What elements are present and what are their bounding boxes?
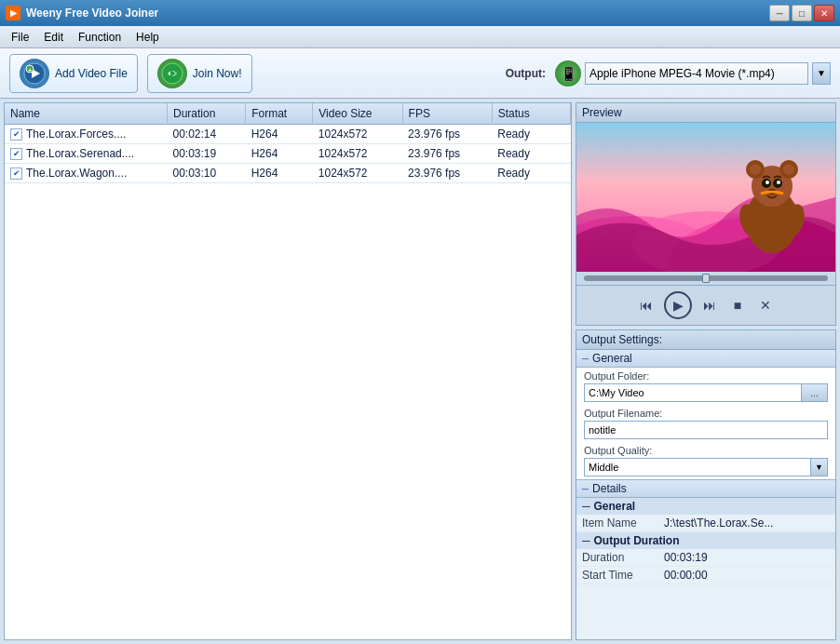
cell-name-2: ✔ The.Lorax.Wagon.... xyxy=(5,164,167,183)
output-quality-select[interactable]: Middle Low High xyxy=(584,458,811,476)
cell-name-1: ✔ The.Lorax.Serenad.... xyxy=(5,144,167,164)
cell-status-2: Ready xyxy=(492,164,570,183)
stop-button[interactable]: ■ xyxy=(727,295,748,315)
item-name-key: Item Name xyxy=(576,515,660,531)
fast-forward-button[interactable]: ⏭ xyxy=(699,295,720,315)
minimize-button[interactable]: ─ xyxy=(769,5,790,21)
rewind-button[interactable]: ⏮ xyxy=(636,295,657,315)
row-checkbox-2[interactable]: ✔ xyxy=(10,168,22,180)
col-format: Format xyxy=(246,103,313,125)
output-quality-row: Output Quality: Middle Low High ▼ xyxy=(576,442,835,479)
file-list-panel: Name Duration Format Video Size FPS Stat… xyxy=(4,102,572,640)
cell-status-1: Ready xyxy=(492,144,570,164)
cell-duration-0: 00:02:14 xyxy=(167,125,245,144)
output-filename-input[interactable] xyxy=(584,421,828,439)
table-row: ✔ The.Lorax.Wagon.... 00:03:10 H264 1024… xyxy=(5,164,571,183)
menu-help[interactable]: Help xyxy=(129,29,167,46)
cell-duration-1: 00:03:19 xyxy=(167,144,245,164)
output-folder-label: Output Folder: xyxy=(584,370,828,382)
add-video-button[interactable]: + Add Video File xyxy=(9,54,138,93)
svg-point-13 xyxy=(783,164,794,175)
menu-function[interactable]: Function xyxy=(71,29,129,46)
join-now-button[interactable]: Join Now! xyxy=(147,54,252,93)
output-filename-row: Output Filename: xyxy=(576,405,835,442)
output-folder-input[interactable] xyxy=(584,383,802,402)
preview-video xyxy=(576,123,835,272)
scrubber-handle[interactable] xyxy=(702,274,710,283)
cell-fps-1: 23.976 fps xyxy=(402,144,492,164)
menu-edit[interactable]: Edit xyxy=(36,29,71,46)
cell-duration-2: 00:03:10 xyxy=(167,164,245,183)
play-button[interactable]: ▶ xyxy=(664,291,692,319)
add-video-icon: + xyxy=(20,59,49,88)
app-icon: ▶ xyxy=(6,6,20,20)
start-time-key: Start Time xyxy=(576,567,660,584)
cell-format-0: H264 xyxy=(246,125,313,144)
cell-video-size-2: 1024x572 xyxy=(313,164,402,183)
svg-point-17 xyxy=(777,181,780,184)
join-now-label: Join Now! xyxy=(193,67,242,80)
window-title: Weeny Free Video Joiner xyxy=(26,7,158,20)
table-row: ✔ The.Lorax.Forces.... 00:02:14 H264 102… xyxy=(5,125,571,144)
col-duration: Duration xyxy=(167,103,245,125)
col-status: Status xyxy=(492,103,570,125)
output-quality-wrap: Middle Low High ▼ xyxy=(584,458,828,476)
cell-format-2: H264 xyxy=(246,164,313,183)
title-bar-controls: ─ □ ✕ xyxy=(769,5,834,21)
duration-value: 00:03:19 xyxy=(660,549,835,566)
output-dropdown-button[interactable]: ▼ xyxy=(812,62,831,85)
output-settings-header: Output Settings: xyxy=(576,330,835,350)
menu-bar: File Edit Function Help xyxy=(0,26,840,48)
output-folder-row: Output Folder: ... xyxy=(576,368,835,405)
details-general-collapse: ─ xyxy=(582,500,590,513)
add-video-label: Add Video File xyxy=(55,67,128,80)
cell-name-0: ✔ The.Lorax.Forces.... xyxy=(5,125,167,144)
cell-fps-0: 23.976 fps xyxy=(402,125,492,144)
item-name-value: J:\test\The.Lorax.Se... xyxy=(660,515,835,531)
main-content: Name Duration Format Video Size FPS Stat… xyxy=(0,99,840,644)
row-checkbox-1[interactable]: ✔ xyxy=(10,148,22,160)
cell-format-1: H264 xyxy=(246,144,313,164)
output-duration-header: ─ Output Duration xyxy=(576,532,835,549)
details-content: ─ General Item Name J:\test\The.Lorax.Se… xyxy=(576,498,835,584)
cell-fps-2: 23.976 fps xyxy=(402,164,492,183)
details-section-collapse[interactable]: ─ Details xyxy=(576,479,835,498)
cell-status-0: Ready xyxy=(492,125,570,144)
output-label: Output: xyxy=(506,67,546,80)
row-name-2: The.Lorax.Wagon.... xyxy=(26,167,127,180)
cell-video-size-0: 1024x572 xyxy=(313,125,402,144)
table-header-row: Name Duration Format Video Size FPS Stat… xyxy=(5,103,571,125)
close-preview-button[interactable]: ✕ xyxy=(755,295,776,315)
join-icon xyxy=(157,59,187,88)
output-filename-label: Output Filename: xyxy=(584,408,828,419)
duration-key: Duration xyxy=(576,549,660,566)
output-duration-label: Output Duration xyxy=(594,534,680,547)
cell-video-size-1: 1024x572 xyxy=(313,144,402,164)
svg-text:+: + xyxy=(28,66,33,74)
table-row: ✔ The.Lorax.Serenad.... 00:03:19 H264 10… xyxy=(5,144,571,164)
close-button[interactable]: ✕ xyxy=(814,5,834,21)
start-time-row: Start Time 00:00:00 xyxy=(576,567,835,584)
preview-header: Preview xyxy=(576,103,835,123)
preview-scrubber xyxy=(576,272,835,285)
title-bar: ▶ Weeny Free Video Joiner ─ □ ✕ xyxy=(0,0,840,26)
col-video-size: Video Size xyxy=(313,103,402,125)
menu-file[interactable]: File xyxy=(4,29,36,46)
preview-section: Preview xyxy=(576,102,836,326)
row-checkbox-0[interactable]: ✔ xyxy=(10,128,22,141)
output-format-select[interactable]: Apple iPhone MPEG-4 Movie (*.mp4) xyxy=(585,62,808,85)
row-name-0: The.Lorax.Forces.... xyxy=(26,127,126,141)
duration-row: Duration 00:03:19 xyxy=(576,549,835,567)
file-table: Name Duration Format Video Size FPS Stat… xyxy=(5,103,571,183)
output-settings-section: Output Settings: ─ General Output Folder… xyxy=(576,329,836,640)
browse-folder-button[interactable]: ... xyxy=(802,383,828,402)
details-label: Details xyxy=(592,482,627,495)
start-time-value: 00:00:00 xyxy=(660,567,835,584)
general-collapse-icon: ─ xyxy=(582,354,589,364)
quality-dropdown-button[interactable]: ▼ xyxy=(811,458,828,476)
phone-icon: 📱 xyxy=(555,60,581,87)
scrubber-bar[interactable] xyxy=(584,275,828,281)
general-section-collapse[interactable]: ─ General xyxy=(576,350,835,368)
svg-point-11 xyxy=(750,164,761,175)
maximize-button[interactable]: □ xyxy=(792,5,812,21)
